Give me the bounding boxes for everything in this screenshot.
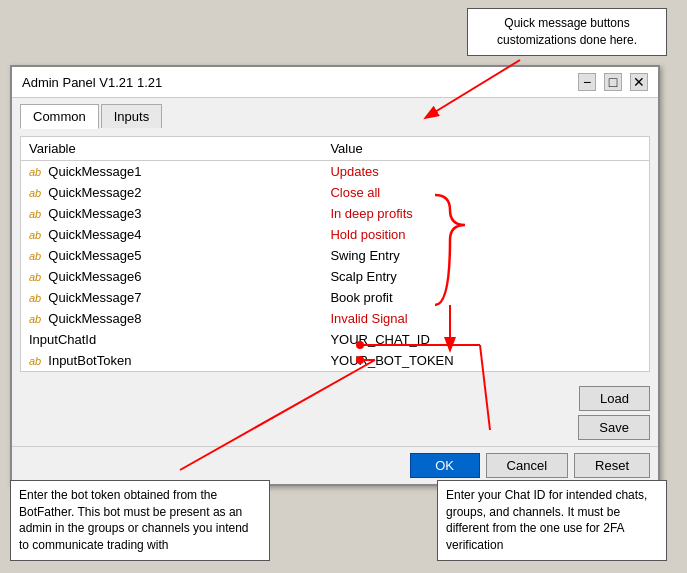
tab-inputs[interactable]: Inputs bbox=[101, 104, 162, 128]
variable-cell: ab QuickMessage4 bbox=[21, 224, 323, 245]
close-button[interactable]: ✕ bbox=[630, 73, 648, 91]
value-cell: Close all bbox=[322, 182, 649, 203]
value-cell: YOUR_BOT_TOKEN bbox=[322, 350, 649, 372]
value-cell: YOUR_CHAT_ID bbox=[322, 329, 649, 350]
table-row[interactable]: ab QuickMessage6Scalp Entry bbox=[21, 266, 650, 287]
title-bar: Admin Panel V1.21 1.21 − □ ✕ bbox=[12, 67, 658, 98]
value-cell: Invalid Signal bbox=[322, 308, 649, 329]
value-cell: Hold position bbox=[322, 224, 649, 245]
reset-button[interactable]: Reset bbox=[574, 453, 650, 478]
variables-table: Variable Value ab QuickMessage1Updatesab… bbox=[20, 136, 650, 372]
table-row[interactable]: InputChatIdYOUR_CHAT_ID bbox=[21, 329, 650, 350]
variable-cell: ab QuickMessage5 bbox=[21, 245, 323, 266]
variable-cell: InputChatId bbox=[21, 329, 323, 350]
variable-cell: ab QuickMessage3 bbox=[21, 203, 323, 224]
variable-cell: ab QuickMessage1 bbox=[21, 161, 323, 183]
col-header-value: Value bbox=[322, 137, 649, 161]
col-header-variable: Variable bbox=[21, 137, 323, 161]
table-row[interactable]: ab QuickMessage4Hold position bbox=[21, 224, 650, 245]
tab-bar: Common Inputs bbox=[12, 98, 658, 128]
table-row[interactable]: ab QuickMessage8Invalid Signal bbox=[21, 308, 650, 329]
load-button[interactable]: Load bbox=[579, 386, 650, 411]
value-cell: In deep profits bbox=[322, 203, 649, 224]
load-save-buttons: Load Save bbox=[12, 380, 658, 446]
annotation-left-text: Enter the bot token obtained from the Bo… bbox=[19, 488, 248, 552]
table-row[interactable]: ab QuickMessage2Close all bbox=[21, 182, 650, 203]
table-row[interactable]: ab QuickMessage3In deep profits bbox=[21, 203, 650, 224]
value-cell: Swing Entry bbox=[322, 245, 649, 266]
variable-cell: ab QuickMessage8 bbox=[21, 308, 323, 329]
save-button[interactable]: Save bbox=[578, 415, 650, 440]
table-row[interactable]: ab InputBotTokenYOUR_BOT_TOKEN bbox=[21, 350, 650, 372]
maximize-button[interactable]: □ bbox=[604, 73, 622, 91]
variable-cell: ab InputBotToken bbox=[21, 350, 323, 372]
tab-common[interactable]: Common bbox=[20, 104, 99, 129]
cancel-button[interactable]: Cancel bbox=[486, 453, 568, 478]
variable-cell: ab QuickMessage6 bbox=[21, 266, 323, 287]
window-controls: − □ ✕ bbox=[578, 73, 648, 91]
content-area: Variable Value ab QuickMessage1Updatesab… bbox=[12, 128, 658, 380]
minimize-button[interactable]: − bbox=[578, 73, 596, 91]
value-cell: Updates bbox=[322, 161, 649, 183]
ok-button[interactable]: OK bbox=[410, 453, 480, 478]
annotation-bot-token: Enter the bot token obtained from the Bo… bbox=[10, 480, 270, 561]
tooltip-box: Quick message buttons customizations don… bbox=[467, 8, 667, 56]
window-title: Admin Panel V1.21 1.21 bbox=[22, 75, 162, 90]
action-bar: OK Cancel Reset bbox=[12, 446, 658, 484]
tooltip-text: Quick message buttons customizations don… bbox=[497, 16, 637, 47]
value-cell: Book profit bbox=[322, 287, 649, 308]
table-row[interactable]: ab QuickMessage7Book profit bbox=[21, 287, 650, 308]
value-cell: Scalp Entry bbox=[322, 266, 649, 287]
annotation-right-text: Enter your Chat ID for intended chats, g… bbox=[446, 488, 647, 552]
table-row[interactable]: ab QuickMessage5Swing Entry bbox=[21, 245, 650, 266]
annotation-chat-id: Enter your Chat ID for intended chats, g… bbox=[437, 480, 667, 561]
table-row[interactable]: ab QuickMessage1Updates bbox=[21, 161, 650, 183]
variable-cell: ab QuickMessage7 bbox=[21, 287, 323, 308]
admin-panel-window: Admin Panel V1.21 1.21 − □ ✕ Common Inpu… bbox=[10, 65, 660, 486]
variable-cell: ab QuickMessage2 bbox=[21, 182, 323, 203]
